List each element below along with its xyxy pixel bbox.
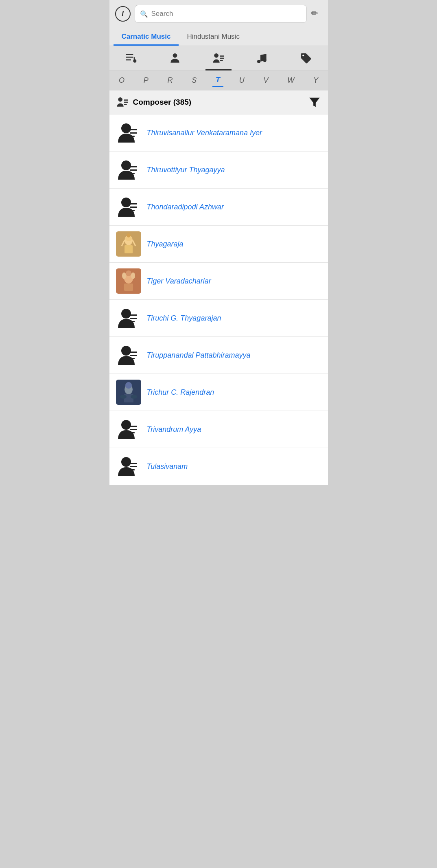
svg-rect-7 xyxy=(220,55,224,57)
avatar-placeholder-icon xyxy=(116,454,141,479)
avatar xyxy=(116,231,141,257)
svg-rect-1 xyxy=(126,57,133,58)
svg-rect-62 xyxy=(130,466,137,467)
svg-rect-2 xyxy=(126,59,131,61)
svg-rect-47 xyxy=(130,352,137,353)
svg-rect-24 xyxy=(130,173,135,174)
svg-point-55 xyxy=(131,395,137,399)
person-list-icon xyxy=(212,52,225,65)
svg-point-60 xyxy=(121,457,131,467)
composer-list-icon xyxy=(116,96,129,109)
alpha-R[interactable]: R xyxy=(164,75,176,86)
composer-list: Thiruvisanallur Venkataramana Iyer Thiru… xyxy=(109,114,328,485)
avatar xyxy=(116,268,141,294)
info-icon[interactable]: i xyxy=(115,6,131,22)
list-item[interactable]: Thyagaraja xyxy=(109,226,328,263)
alphabet-row: O P R S T U V W Y xyxy=(109,71,328,90)
search-icon: 🔍 xyxy=(140,10,148,18)
icon-filter-row xyxy=(109,46,328,71)
svg-point-13 xyxy=(118,97,122,102)
svg-rect-57 xyxy=(130,426,137,427)
svg-point-11 xyxy=(263,59,267,62)
svg-point-53 xyxy=(125,382,132,389)
tabs-row: Carnatic Music Hindustani Music xyxy=(109,28,328,46)
tiger-avatar-art xyxy=(116,268,141,294)
search-bar[interactable]: 🔍 xyxy=(135,5,307,23)
filter-person[interactable] xyxy=(162,50,188,66)
alpha-V[interactable]: V xyxy=(260,75,272,86)
composer-header: Composer (385) xyxy=(109,90,328,114)
list-item[interactable]: Tiruppanandal Pattabhiramayya xyxy=(109,337,328,374)
list-item[interactable]: Tiruchi G. Thyagarajan xyxy=(109,300,328,337)
svg-rect-15 xyxy=(124,102,128,103)
svg-rect-8 xyxy=(220,58,224,59)
list-item[interactable]: Trichur C. Rajendran xyxy=(109,374,328,411)
filter-funnel-icon[interactable] xyxy=(308,95,321,109)
alpha-Y[interactable]: Y xyxy=(310,75,321,86)
svg-point-10 xyxy=(257,60,260,63)
svg-rect-48 xyxy=(130,355,137,356)
list-item[interactable]: Tiger Varadachariar xyxy=(109,263,328,300)
filter-person-list[interactable] xyxy=(205,50,232,66)
music-icon xyxy=(256,52,269,65)
avatar xyxy=(116,380,141,405)
svg-rect-0 xyxy=(126,54,133,55)
alpha-O[interactable]: O xyxy=(116,75,128,86)
svg-point-35 xyxy=(127,233,131,237)
list-item[interactable]: Thondaradipodi Azhwar xyxy=(109,189,328,226)
svg-point-12 xyxy=(302,55,304,56)
svg-rect-20 xyxy=(130,136,135,137)
search-input[interactable] xyxy=(151,10,302,18)
avatar-placeholder-icon xyxy=(116,120,141,145)
svg-rect-18 xyxy=(130,129,137,130)
svg-rect-43 xyxy=(130,314,137,316)
svg-rect-14 xyxy=(124,99,128,101)
svg-point-25 xyxy=(121,198,131,207)
filter-playlist[interactable] xyxy=(118,50,144,66)
svg-point-54 xyxy=(120,395,127,399)
svg-rect-4 xyxy=(134,57,135,62)
svg-point-56 xyxy=(121,420,131,430)
svg-rect-19 xyxy=(130,132,137,134)
svg-point-6 xyxy=(214,53,218,58)
list-item[interactable]: Trivandrum Ayya xyxy=(109,411,328,448)
list-item[interactable]: Tulasivanam xyxy=(109,448,328,485)
svg-point-40 xyxy=(122,272,126,279)
avatar-placeholder-icon xyxy=(116,157,141,182)
svg-rect-45 xyxy=(130,321,135,322)
svg-rect-58 xyxy=(130,429,137,430)
list-item[interactable]: Thiruvisanallur Venkataramana Iyer xyxy=(109,114,328,152)
avatar-placeholder-icon xyxy=(116,343,141,368)
tab-carnatic[interactable]: Carnatic Music xyxy=(114,28,179,46)
svg-rect-38 xyxy=(124,283,133,291)
svg-rect-16 xyxy=(124,104,127,105)
svg-rect-49 xyxy=(130,358,135,359)
alpha-W[interactable]: W xyxy=(284,75,297,86)
avatar-placeholder-icon xyxy=(116,305,141,331)
alpha-T[interactable]: T xyxy=(212,74,223,87)
svg-point-42 xyxy=(121,309,131,319)
svg-rect-31 xyxy=(125,245,133,253)
svg-rect-44 xyxy=(130,318,137,319)
person-icon xyxy=(168,52,181,65)
alpha-U[interactable]: U xyxy=(236,75,248,86)
thyagaraja-avatar-art xyxy=(116,231,141,257)
svg-point-5 xyxy=(173,53,177,58)
edit-icon[interactable]: ✏ xyxy=(311,8,322,20)
svg-rect-27 xyxy=(130,207,137,208)
filter-music[interactable] xyxy=(249,50,275,66)
svg-point-17 xyxy=(121,123,131,133)
filter-tag[interactable] xyxy=(293,50,319,66)
avatar-placeholder-icon xyxy=(116,417,141,442)
svg-point-41 xyxy=(131,272,135,279)
svg-rect-22 xyxy=(130,166,137,167)
tab-hindustani[interactable]: Hindustani Music xyxy=(179,28,247,46)
svg-rect-63 xyxy=(130,469,135,470)
svg-point-21 xyxy=(121,160,131,170)
alpha-S[interactable]: S xyxy=(188,75,200,86)
svg-rect-26 xyxy=(130,203,137,204)
svg-rect-61 xyxy=(130,463,137,464)
svg-rect-23 xyxy=(130,169,137,171)
alpha-P[interactable]: P xyxy=(140,75,152,86)
list-item[interactable]: Thiruvottiyur Thyagayya xyxy=(109,152,328,189)
